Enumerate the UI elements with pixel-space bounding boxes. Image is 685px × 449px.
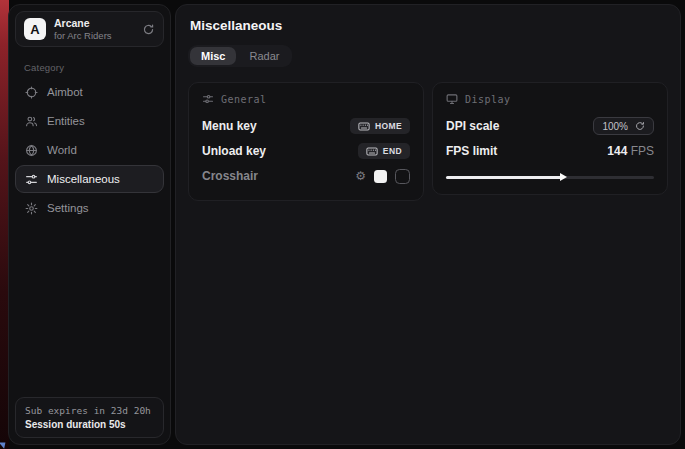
sync-icon[interactable] [142, 23, 155, 36]
crosshair-color-swatch[interactable] [374, 170, 387, 183]
fps-limit-value: 144 FPS [607, 144, 654, 158]
fps-unit: FPS [631, 144, 654, 158]
sliders-icon [25, 173, 38, 186]
display-panel: Display DPI scale 100% [432, 82, 668, 195]
crosshair-label: Crosshair [202, 169, 258, 183]
sidebar-item-world[interactable]: World [15, 136, 164, 164]
general-sliders-icon [202, 93, 214, 105]
sidebar-item-label: Settings [47, 202, 89, 214]
sub-expiry-text: Sub expires in 23d 20h [25, 405, 154, 416]
reset-refresh-icon[interactable] [635, 121, 645, 131]
sidebar-item-entities[interactable]: Entities [15, 107, 164, 135]
panels-row: General Menu key HOME [188, 82, 668, 201]
fps-limit-row: FPS limit 144 FPS [446, 139, 654, 163]
display-panel-header: Display [446, 93, 654, 105]
app-name: Arcane [54, 17, 112, 30]
tabbar: Misc Radar [188, 45, 292, 67]
globe-icon [25, 144, 38, 157]
sidebar-item-label: World [47, 144, 77, 156]
sidebar-item-aimbot[interactable]: Aimbot [15, 78, 164, 106]
monitor-icon [446, 93, 458, 105]
fps-slider-thumb[interactable] [560, 173, 567, 181]
sidebar-item-label: Entities [47, 115, 85, 127]
app-subtitle: for Arc Riders [54, 30, 112, 41]
main-content: Miscellaneous Misc Radar General [175, 4, 681, 445]
tab-misc[interactable]: Misc [190, 47, 236, 65]
app-logo: A [24, 18, 46, 40]
unload-key-row: Unload key END [202, 139, 410, 163]
account-card[interactable]: A Arcane for Arc Riders [15, 11, 164, 47]
app-window: A Arcane for Arc Riders Category Aimbot [0, 0, 685, 449]
sidebar: A Arcane for Arc Riders Category Aimbot [8, 4, 171, 445]
menu-key-value: HOME [375, 121, 402, 131]
gear-icon [25, 202, 38, 215]
dpi-scale-label: DPI scale [446, 119, 499, 133]
sidebar-item-miscellaneous[interactable]: Miscellaneous [15, 165, 164, 193]
crosshair-row: Crosshair ⚙ [202, 164, 410, 188]
tab-radar[interactable]: Radar [238, 47, 290, 65]
menu-key-button[interactable]: HOME [350, 118, 410, 134]
category-label: Category [24, 62, 164, 73]
display-panel-title: Display [465, 94, 511, 105]
dpi-scale-row: DPI scale 100% [446, 114, 654, 138]
unload-key-value: END [383, 146, 402, 156]
sidebar-item-settings[interactable]: Settings [15, 194, 164, 222]
crosshair-icon [25, 86, 38, 99]
menu-key-label: Menu key [202, 119, 257, 133]
crosshair-controls: ⚙ [355, 169, 410, 184]
unload-key-button[interactable]: END [358, 143, 410, 159]
fps-slider-fill [446, 176, 562, 179]
sidebar-item-label: Aimbot [47, 86, 83, 98]
general-panel: General Menu key HOME [188, 82, 424, 201]
fps-limit-label: FPS limit [446, 144, 497, 158]
session-duration-text: Session duration 50s [25, 419, 154, 430]
page-title: Miscellaneous [190, 18, 668, 33]
crosshair-checkbox[interactable] [395, 169, 410, 184]
keyboard-icon [366, 147, 378, 156]
entities-icon [25, 115, 38, 128]
dpi-scale-control[interactable]: 100% [593, 117, 654, 135]
fps-number: 144 [607, 144, 627, 158]
fps-limit-slider[interactable] [446, 172, 654, 182]
menu-key-row: Menu key HOME [202, 114, 410, 138]
account-text: Arcane for Arc Riders [54, 17, 112, 41]
dpi-scale-value: 100% [602, 121, 628, 132]
general-panel-title: General [221, 94, 267, 105]
unload-key-label: Unload key [202, 144, 266, 158]
crosshair-settings-gear-icon[interactable]: ⚙ [355, 170, 366, 182]
keyboard-icon [358, 122, 370, 131]
sidebar-item-label: Miscellaneous [47, 173, 120, 185]
subscription-card: Sub expires in 23d 20h Session duration … [15, 397, 164, 438]
general-panel-header: General [202, 93, 410, 105]
